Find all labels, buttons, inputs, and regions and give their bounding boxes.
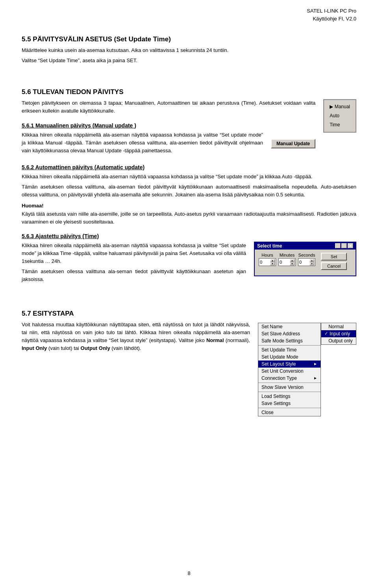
section-57: 5.7 ESITYSTAPA Set Name Set Slave Addres… [22, 310, 356, 416]
mode-time: Time [330, 120, 350, 129]
sm-input-label: Input only [330, 331, 350, 337]
seconds-down[interactable]: ▼ [309, 262, 314, 265]
seconds-value: 0 [299, 260, 302, 264]
dialog-title: Select time [257, 243, 282, 249]
seconds-label: Seconds [298, 253, 315, 257]
cm-set-layout-style[interactable]: Set Layout Style ► [258, 361, 321, 368]
select-time-dialog: Select time _ □ ✕ Hours 0 [254, 242, 356, 276]
hours-value: 0 [260, 260, 262, 264]
set-button[interactable]: Set [321, 253, 347, 261]
cm-sep3 [258, 392, 321, 392]
sm-output-label: Output only [328, 338, 352, 344]
minutes-value: 0 [280, 260, 282, 264]
hours-label: Hours [261, 253, 273, 257]
section-55: 5.5 PÄIVITYSVÄLIN ASETUS (Set Update Tim… [22, 35, 356, 65]
note-title: Huomaa! [22, 203, 44, 209]
hours-up[interactable]: ▲ [270, 259, 275, 262]
dialog-action-buttons: Set Cancel [321, 253, 347, 270]
dialog-minimize-btn[interactable]: _ [335, 243, 341, 248]
note-body: Käytä tätä asetusta vain niille ala-asem… [22, 211, 356, 225]
dialog-fields: Hours 0 ▲ ▼ Minutes [259, 253, 315, 266]
section-55-p2: Valitse “Set Update Time”, aseta aika ja… [22, 57, 356, 65]
cm-connection-type[interactable]: Connection Type ► [258, 375, 321, 382]
cm-save-settings[interactable]: Save Settings [258, 400, 321, 407]
input-only-bold: Input Only [22, 345, 47, 351]
sm-input-only[interactable]: ✓ Input only [321, 330, 356, 337]
section-57-p4: (vain lähdöt). [110, 345, 141, 351]
hours-down[interactable]: ▼ [270, 262, 275, 265]
cm-set-slave-address[interactable]: Set Slave Address [258, 330, 321, 337]
sm-normal-label: Normal [328, 324, 344, 329]
dialog-titlebar: Select time _ □ ✕ [255, 242, 356, 250]
section-561-title: 5.6.1 Manuaalinen päivitys (Manual updat… [22, 122, 356, 129]
page-footer: 8 [0, 570, 378, 576]
cancel-button[interactable]: Cancel [321, 262, 347, 270]
cm-set-unit-conversion[interactable]: Set Unit Conversion [258, 368, 321, 375]
mode-auto: Auto [330, 111, 350, 120]
layout-submenu: Normal ✓ Input only Output only [321, 323, 356, 345]
cm-set-update-time[interactable]: Set Update Time [258, 346, 321, 353]
seconds-arrows: ▲ ▼ [309, 259, 314, 265]
seconds-up[interactable]: ▲ [309, 259, 314, 262]
page-number: 8 [187, 570, 190, 576]
layout-style-menu-area: Set Name Set Slave Address Safe Mode Set… [258, 323, 356, 416]
cm-connection-arrow: ► [313, 376, 317, 380]
section-561: 5.6.1 Manuaalinen päivitys (Manual updat… [22, 122, 356, 157]
cm-close[interactable]: Close [258, 409, 321, 416]
section-562-title: 5.6.2 Automattinen päivitys (Automatic u… [22, 164, 356, 170]
section-57-p2: (normaali), [224, 337, 250, 343]
layout-menu-wrapper: Set Name Set Slave Address Safe Mode Set… [258, 323, 356, 416]
dialog-fields-row: Hours 0 ▲ ▼ Minutes [259, 253, 352, 270]
cm-load-settings[interactable]: Load Settings [258, 393, 321, 400]
dialog-body: Hours 0 ▲ ▼ Minutes [255, 250, 356, 276]
hours-arrows: ▲ ▼ [270, 259, 275, 265]
section-57-title: 5.7 ESITYSTAPA [22, 310, 356, 318]
minutes-spinbox[interactable]: 0 ▲ ▼ [278, 258, 296, 266]
cm-sep1 [258, 345, 321, 346]
section-56-title: 5.6 TULEVAN TIEDON PÄIVITYS [22, 88, 356, 96]
minutes-arrows: ▲ ▼ [290, 259, 295, 265]
dialog-title-buttons: _ □ ✕ [335, 243, 353, 248]
header-line2: Käyttöohje FI, V2.0 [307, 15, 356, 23]
cm-set-name[interactable]: Set Name [258, 323, 321, 330]
section-56: 5.6 TULEVAN TIEDON PÄIVITYS ▶ Manual Aut… [22, 88, 356, 286]
minutes-field: Minutes 0 ▲ ▼ [278, 253, 296, 266]
cm-sep2 [258, 383, 321, 383]
dialog-close-btn[interactable]: ✕ [348, 243, 353, 248]
dialog-maximize-btn[interactable]: □ [341, 243, 347, 248]
manual-update-btn-image: Manual Update [271, 139, 315, 148]
minutes-down[interactable]: ▼ [290, 262, 295, 265]
section-55-title: 5.5 PÄIVITYSVÄLIN ASETUS (Set Update Tim… [22, 35, 356, 43]
section-562-note: Huomaa! Käytä tätä asetusta vain niille … [22, 202, 356, 226]
context-menu: Set Name Set Slave Address Safe Mode Set… [258, 323, 321, 416]
section-562: 5.6.2 Automattinen päivitys (Automatic u… [22, 164, 356, 226]
section-55-p1: Määrittelee kuinka usein ala-asemaa kuts… [22, 46, 356, 54]
section-56-p1: Tietojen päivitykseen on olemassa 3 tapa… [22, 99, 356, 115]
hours-spinbox[interactable]: 0 ▲ ▼ [259, 258, 276, 266]
section-57-p3: (vain tulot) tai [47, 345, 79, 351]
mode-manual: ▶ Manual [330, 102, 350, 111]
section-563-title: 5.6.3 Ajastettu päivitys (Time) [22, 233, 356, 239]
cm-show-slave-version[interactable]: Show Slave Version [258, 384, 321, 391]
minutes-up[interactable]: ▲ [290, 259, 295, 262]
header-line1: SATEL I-LINK PC Pro [307, 7, 356, 15]
sm-normal[interactable]: Normal [321, 323, 356, 330]
output-only-bold: Output Only [81, 345, 110, 351]
cm-sep4 [258, 408, 321, 408]
sm-normal-check [324, 324, 327, 329]
cm-safe-mode[interactable]: Safe Mode Settings [258, 337, 321, 344]
page-header: SATEL I-LINK PC Pro Käyttöohje FI, V2.0 [307, 7, 356, 22]
sm-output-only[interactable]: Output only [321, 337, 356, 344]
cm-set-update-mode[interactable]: Set Update Mode [258, 353, 321, 361]
hours-field: Hours 0 ▲ ▼ [259, 253, 276, 266]
sm-output-check [324, 338, 327, 343]
mode-selection-box: ▶ Manual Auto Time [323, 99, 356, 132]
section-563: 5.6.3 Ajastettu päivitys (Time) Select t… [22, 233, 356, 286]
section-562-p1: Klikkaa hiiren oikealla näppäimellä ala-… [22, 173, 356, 181]
cm-layout-arrow: ► [313, 362, 317, 366]
section-562-p2: Tämän asetuksen ollessa valittuna, ala-a… [22, 183, 356, 199]
seconds-spinbox[interactable]: 0 ▲ ▼ [298, 258, 315, 266]
manual-update-button-image: Manual Update [271, 139, 315, 148]
sm-input-check: ✓ [324, 331, 328, 336]
normal-bold: Normal [206, 337, 224, 343]
